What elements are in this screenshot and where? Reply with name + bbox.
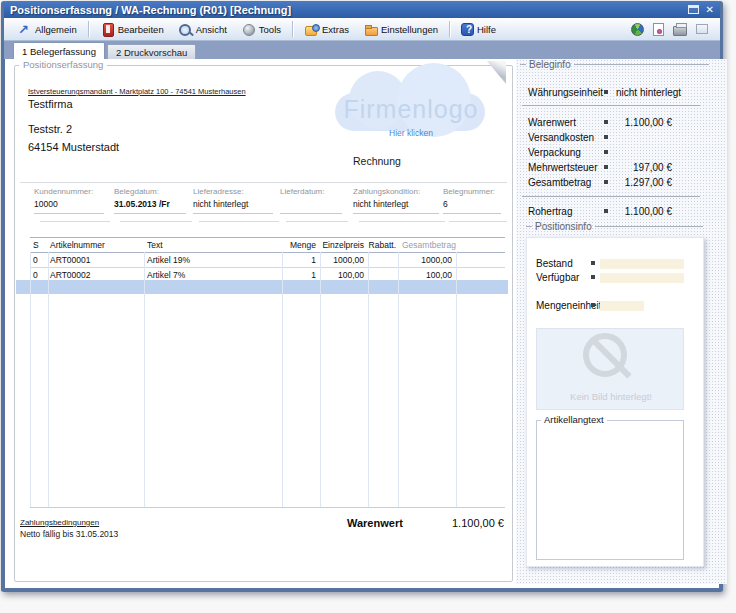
- info-row-mehrwertsteuer: Mehrwertsteuer 197,00 €: [528, 162, 700, 175]
- field-underline: [353, 213, 439, 214]
- recipient-street[interactable]: Teststr. 2: [28, 123, 72, 135]
- column-header[interactable]: S: [30, 238, 48, 252]
- article-image-placeholder[interactable]: Kein Bild hinterlegt!: [536, 328, 684, 410]
- info-row-bestand: Bestand: [536, 258, 696, 271]
- info-label: Warenwert: [528, 117, 576, 128]
- settings-folder-icon: [363, 22, 378, 37]
- document-edit-icon[interactable]: [653, 23, 664, 36]
- arrow-up-right-icon: [17, 22, 32, 37]
- menu-item-label: Extras: [322, 24, 349, 35]
- printer-icon[interactable]: [673, 26, 687, 36]
- title-bar[interactable]: Positionserfassung / WA-Rechnung (R01) […: [4, 1, 720, 18]
- edit-notebook-icon: [100, 22, 115, 37]
- help-icon: [461, 23, 474, 36]
- payment-terms-link[interactable]: Zahlungsbedingungen: [20, 518, 99, 527]
- app-window: Positionserfassung / WA-Rechnung (R01) […: [0, 0, 736, 613]
- info-value: 197,00 €: [633, 162, 672, 173]
- grid-line: [398, 252, 399, 507]
- mengeneinheit-value-field[interactable]: [600, 301, 644, 311]
- field-value: 6: [443, 199, 501, 209]
- info-value: nicht hinterlegt: [616, 87, 681, 98]
- cell-artikelnummer: ART00001: [48, 253, 144, 267]
- grid-line: [144, 252, 145, 507]
- company-logo-placeholder-text: Firmenlogo: [335, 95, 487, 124]
- column-header[interactable]: Text: [144, 238, 282, 252]
- window-icon[interactable]: [696, 24, 708, 34]
- menu-item-extras[interactable]: Extras: [297, 20, 356, 39]
- menu-item-bearbeiten[interactable]: Bearbeiten: [93, 20, 171, 39]
- info-row-versandkosten: Versandkosten: [528, 132, 700, 145]
- info-label: Mehrwertsteuer: [528, 162, 597, 173]
- field-underline: [443, 213, 501, 214]
- langtext-label: Artikellangtext: [541, 414, 607, 425]
- restore-icon[interactable]: [688, 5, 699, 14]
- menu-item-ansicht[interactable]: Ansicht: [171, 20, 234, 39]
- positionserfassung-group-label: Positionserfassung: [19, 59, 107, 70]
- info-value: 1.100,00 €: [625, 117, 672, 128]
- field-underline: [120, 221, 192, 222]
- menu-item-einstellungen[interactable]: Einstellungen: [356, 20, 445, 39]
- tools-sphere-icon: [241, 22, 256, 37]
- menu-item-tools[interactable]: Tools: [234, 20, 288, 39]
- grid-line: [48, 252, 49, 507]
- recipient-city[interactable]: 64154 Musterstadt: [28, 141, 119, 153]
- grid-line: [282, 252, 283, 507]
- field-label: Lieferadresse:: [193, 187, 273, 196]
- field-underline: [359, 221, 445, 222]
- column-header[interactable]: Menge: [282, 238, 320, 252]
- magnifier-icon: [178, 22, 193, 37]
- bullet-square-icon: [604, 209, 608, 213]
- toolbar-separator: [292, 21, 293, 37]
- artikellangtext-textarea[interactable]: [536, 420, 684, 560]
- menu-bar: Allgemein Bearbeiten Ansicht Tools Extra…: [4, 18, 720, 41]
- selected-empty-row[interactable]: [16, 280, 508, 294]
- field-lieferdatum[interactable]: Lieferdatum:: [280, 187, 342, 229]
- cell-s: 0: [30, 253, 48, 267]
- info-row-verfuegbar: Verfügbar: [536, 272, 696, 285]
- tab-belegerfassung[interactable]: 1 Belegerfassung: [13, 42, 105, 59]
- info-row-rohertrag: Rohertrag 1.100,00 €: [528, 206, 700, 219]
- chart-sphere-icon[interactable]: [631, 23, 644, 36]
- field-lieferadresse[interactable]: Lieferadresse: nicht hinterlegt: [193, 187, 273, 229]
- grid-line: [368, 252, 369, 507]
- table-row[interactable]: 0 ART00001 Artikel 19% 1 1000,00 1000,00: [30, 253, 505, 267]
- column-header[interactable]: Einzelpreis: [320, 238, 368, 252]
- grid-line: [456, 252, 457, 507]
- field-zahlungskondition[interactable]: Zahlungskondition: nicht hinterlegt: [353, 187, 439, 229]
- extras-box-icon: [304, 22, 319, 37]
- column-header[interactable]: Rabatt.: [368, 238, 398, 252]
- column-header[interactable]: Artikelnummer: [48, 238, 144, 252]
- menu-item-allgemein[interactable]: Allgemein: [10, 20, 84, 39]
- verfuegbar-value-field[interactable]: [600, 273, 684, 283]
- menu-item-hilfe[interactable]: Hilfe: [454, 20, 503, 39]
- field-kundennummer[interactable]: Kundennummer: 10000: [34, 187, 104, 229]
- info-label: Versandkosten: [528, 132, 594, 143]
- recipient-name[interactable]: Testfirma: [28, 98, 73, 110]
- field-label: Zahlungskondition:: [353, 187, 439, 196]
- cell-spacer: [456, 253, 505, 267]
- tab-druckvorschau[interactable]: 2 Druckvorschau: [107, 44, 196, 59]
- positionsinfo-group-label: Positionsinfo: [535, 221, 592, 232]
- table-header-row: S Artikelnummer Text Menge Einzelpreis R…: [30, 238, 505, 252]
- bullet-square-icon: [591, 261, 595, 265]
- field-value: 10000: [34, 199, 104, 209]
- bullet-square-icon: [591, 275, 595, 279]
- field-value: [280, 199, 342, 209]
- field-underline: [40, 221, 110, 222]
- cell-menge: 1: [282, 253, 320, 267]
- separator: [522, 105, 700, 106]
- column-header[interactable]: Gesamtbetrag: [398, 238, 456, 252]
- logo-click-hint-link[interactable]: Hier klicken: [335, 128, 487, 138]
- bestand-value-field[interactable]: [600, 259, 684, 269]
- positionsinfo-group-header: Positionsinfo: [526, 221, 703, 232]
- positionsinfo-card: Bestand Verfügbar Mengeneinheit Kein Bi: [526, 237, 704, 567]
- field-label: Kundennummer:: [34, 187, 104, 196]
- field-belegdatum[interactable]: Belegdatum: 31.05.2013 /Fr: [114, 187, 186, 229]
- menu-item-label: Hilfe: [477, 24, 496, 35]
- total-value: 1.100,00 €: [405, 517, 504, 529]
- close-icon[interactable]: [706, 4, 714, 15]
- sender-line[interactable]: Istversteuerungsmandant - Marktplatz 100…: [28, 87, 246, 96]
- toolbar-separator: [449, 21, 450, 37]
- field-belegnummer[interactable]: Belegnummer: 6: [443, 187, 501, 229]
- separator: [522, 196, 700, 197]
